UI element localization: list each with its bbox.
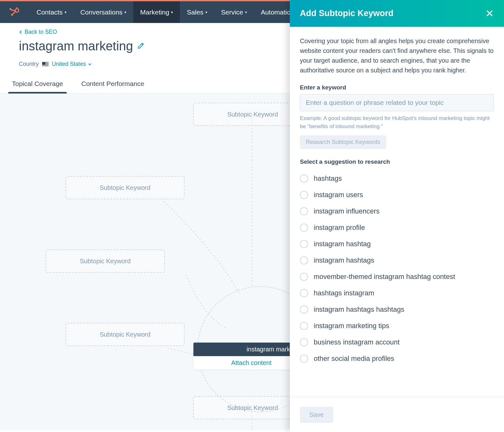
suggestion-option[interactable]: instagram hashtags hashtags — [300, 301, 494, 318]
nav-item-sales[interactable]: Sales▾ — [180, 1, 214, 23]
radio-icon — [300, 289, 308, 297]
country-value-text: United States — [52, 61, 86, 67]
radio-icon — [300, 305, 308, 314]
suggestion-label: instagram influencers — [314, 207, 380, 215]
save-button[interactable]: Save — [300, 407, 333, 423]
nav-item-label: Service — [221, 9, 243, 16]
back-to-seo-link[interactable]: Back to SEO — [19, 29, 57, 35]
radio-icon — [300, 174, 308, 183]
suggestion-option[interactable]: movember-themed instagram hashtag contes… — [300, 269, 494, 285]
radio-icon — [300, 240, 308, 248]
suggestion-option[interactable]: hashtags — [300, 170, 494, 187]
back-link-label: Back to SEO — [25, 29, 57, 35]
edit-pencil-icon[interactable] — [137, 42, 144, 50]
suggestion-option[interactable]: instagram hashtags — [300, 252, 494, 269]
suggestion-option[interactable]: instagram hashtag — [300, 236, 494, 252]
suggestion-heading: Select a suggestion to research — [300, 158, 494, 165]
page-title: instagram marketing — [19, 39, 133, 53]
nav-item-label: Contacts — [37, 9, 63, 16]
suggestion-label: instagram profile — [314, 224, 365, 232]
radio-icon — [300, 355, 308, 363]
subtopic-placeholder: Subtopic Keyword — [80, 258, 130, 265]
nav-item-marketing[interactable]: Marketing▾ — [133, 1, 180, 23]
svg-line-5 — [11, 10, 15, 11]
suggestion-label: hashtags instagram — [314, 289, 374, 297]
suggestion-label: business instagram account — [314, 338, 400, 346]
suggestion-option[interactable]: business instagram account — [300, 334, 494, 350]
keyword-input-label: Enter a keyword — [300, 84, 494, 91]
suggestion-option[interactable]: instagram users — [300, 187, 494, 203]
chevron-down-icon — [88, 62, 92, 66]
suggestion-label: other social media profiles — [314, 355, 394, 363]
suggestion-option[interactable]: hashtags instagram — [300, 285, 494, 301]
subtopic-slot[interactable]: Subtopic Keyword — [66, 323, 185, 346]
nav-item-label: Automation — [261, 9, 294, 16]
suggestion-label: instagram hashtags — [314, 256, 374, 264]
suggestion-option[interactable]: instagram marketing tips — [300, 318, 494, 334]
add-subtopic-panel: Add Subtopic Keyword ✕ Covering your top… — [290, 0, 504, 432]
suggestion-label: instagram hashtag — [314, 240, 371, 248]
suggestion-label: hashtags — [314, 174, 342, 183]
nav-item-contacts[interactable]: Contacts▾ — [30, 1, 73, 23]
svg-line-2 — [13, 11, 16, 14]
radio-icon — [300, 191, 308, 199]
keyword-input[interactable] — [300, 94, 494, 111]
subtopic-placeholder: Subtopic Keyword — [227, 404, 278, 412]
country-label: Country — [19, 61, 39, 67]
country-selector[interactable]: United States — [52, 61, 92, 67]
chevron-down-icon: ▾ — [65, 10, 66, 14]
subtopic-placeholder: Subtopic Keyword — [100, 184, 150, 191]
nav-item-label: Conversations — [80, 9, 123, 16]
subtopic-slot[interactable]: Subtopic Keyword — [46, 249, 165, 273]
nav-item-label: Sales — [187, 9, 203, 16]
radio-icon — [300, 338, 308, 346]
tab-topical-coverage[interactable]: Topical Coverage — [11, 76, 64, 93]
us-flag-icon — [42, 62, 49, 66]
chevron-down-icon: ▾ — [205, 10, 207, 14]
suggestion-option[interactable]: instagram influencers — [300, 203, 494, 219]
hubspot-logo-icon — [9, 7, 20, 18]
suggestion-option[interactable]: instagram profile — [300, 219, 494, 236]
subtopic-slot[interactable]: Subtopic Keyword — [66, 176, 185, 199]
radio-icon — [300, 322, 308, 330]
radio-icon — [300, 273, 308, 281]
nav-item-conversations[interactable]: Conversations▾ — [73, 1, 133, 23]
chevron-down-icon: ▾ — [171, 10, 173, 14]
suggestion-label: movember-themed instagram hashtag contes… — [314, 273, 455, 281]
nav-item-label: Marketing — [140, 9, 169, 16]
tab-content-performance[interactable]: Content Performance — [80, 76, 146, 93]
keyword-example-text: Example: A good subtopic keyword for Hub… — [300, 114, 494, 130]
suggestion-label: instagram users — [314, 191, 363, 199]
suggestion-label: instagram hashtags hashtags — [314, 305, 404, 314]
nav-item-service[interactable]: Service▾ — [214, 1, 254, 23]
subtopic-placeholder: Subtopic Keyword — [227, 111, 278, 118]
radio-icon — [300, 207, 308, 215]
suggestion-label: instagram marketing tips — [314, 322, 389, 330]
chevron-left-icon — [19, 30, 23, 34]
subtopic-placeholder: Subtopic Keyword — [100, 331, 150, 338]
suggestion-option[interactable]: other social media profiles — [300, 350, 494, 367]
research-subtopic-button[interactable]: Research Subtopic Keywords — [300, 135, 386, 149]
panel-title: Add Subtopic Keyword — [300, 9, 393, 18]
radio-icon — [300, 224, 308, 232]
chevron-down-icon: ▾ — [124, 10, 126, 14]
close-icon[interactable]: ✕ — [485, 9, 494, 19]
radio-icon — [300, 256, 308, 264]
panel-description: Covering your topic from all angles help… — [300, 36, 494, 75]
chevron-down-icon: ▾ — [245, 10, 247, 14]
